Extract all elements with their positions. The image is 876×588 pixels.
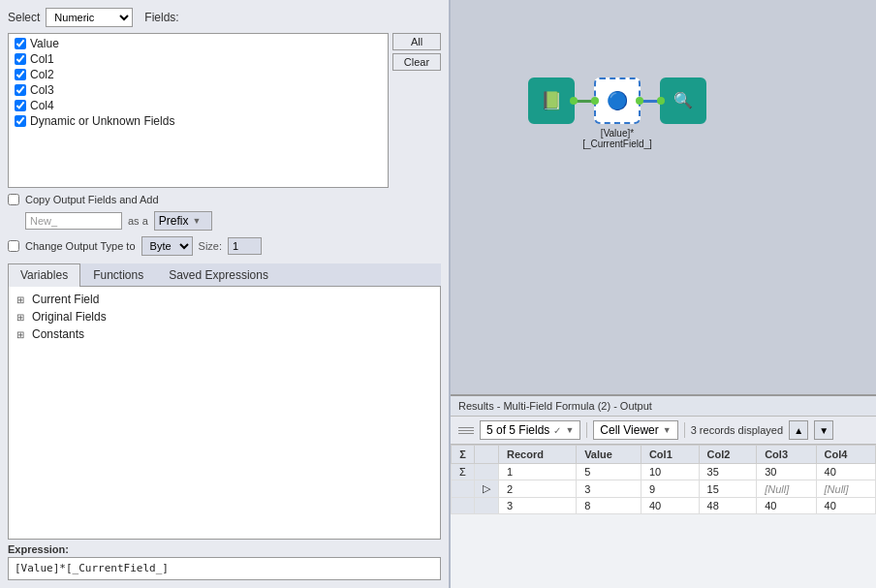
- node-output-dot: [570, 97, 578, 105]
- col-col3: Col3: [757, 446, 816, 464]
- field-col2-checkbox[interactable]: [15, 69, 26, 80]
- size-label: Size:: [199, 240, 222, 252]
- formula-icon: 🔵: [604, 87, 631, 114]
- results-header: Results - Multi-Field Formula (2) - Outp…: [451, 396, 876, 417]
- tree-constants-label: Constants: [32, 327, 84, 341]
- field-col4[interactable]: Col4: [9, 98, 388, 113]
- cell-col1: 40: [641, 498, 699, 514]
- prefix-dropdown[interactable]: Prefix ▼: [154, 211, 212, 231]
- tree-current-field[interactable]: ⊞ Current Field: [13, 291, 436, 308]
- field-dynamic-checkbox[interactable]: [15, 115, 26, 127]
- clear-button[interactable]: Clear: [392, 53, 441, 71]
- fields-list: Value Col1 Col2 Col3 Col4 Dynamic or Unk…: [8, 33, 389, 188]
- field-col2[interactable]: Col2: [9, 67, 388, 82]
- cell-col2: 35: [699, 464, 757, 480]
- browse-icon: 🔍: [670, 87, 697, 114]
- field-dynamic[interactable]: Dynamic or Unknown Fields: [9, 113, 388, 129]
- field-col1-label: Col1: [30, 52, 54, 66]
- select-row: Select Numeric Fields:: [8, 8, 441, 27]
- field-value-label: Value: [30, 37, 59, 50]
- field-col4-label: Col4: [30, 99, 54, 112]
- fields-area: Value Col1 Col2 Col3 Col4 Dynamic or Unk…: [8, 33, 441, 188]
- cell-record: 3: [499, 498, 577, 514]
- fields-badge[interactable]: 5 of 5 Fields ✓ ▼: [480, 420, 580, 440]
- change-output-label: Change Output Type to: [25, 240, 136, 252]
- cell-col3: [Null]: [757, 480, 816, 498]
- field-value[interactable]: Value: [9, 36, 388, 51]
- viewer-dropdown[interactable]: Cell Viewer ▼: [593, 420, 677, 440]
- all-button[interactable]: All: [392, 33, 441, 50]
- expand-current-field-icon: ⊞: [16, 294, 28, 305]
- field-col4-checkbox[interactable]: [15, 100, 26, 111]
- cell-value: 3: [577, 480, 641, 498]
- cell-col1: 9: [641, 480, 699, 498]
- viewer-label: Cell Viewer: [600, 423, 658, 437]
- formula-node[interactable]: 🔵 [Value]*[_CurrentField_]: [594, 77, 641, 124]
- prefix-input[interactable]: [25, 212, 122, 230]
- tree-original-fields[interactable]: ⊞ Original Fields: [13, 308, 436, 325]
- cell-value: 8: [577, 498, 641, 514]
- size-input[interactable]: [228, 237, 262, 255]
- col-col2: Col2: [699, 446, 757, 464]
- col-col4: Col4: [816, 446, 875, 464]
- left-panel: Select Numeric Fields: Value Col1 Col2 C…: [0, 0, 451, 588]
- fields-count: 5 of 5 Fields: [486, 423, 549, 437]
- tree-current-field-label: Current Field: [32, 293, 99, 306]
- variables-tabs-panel: Variables Functions Saved Expressions ⊞ …: [8, 263, 441, 540]
- field-col1[interactable]: Col1: [9, 51, 388, 67]
- field-col2-label: Col2: [30, 68, 54, 81]
- cell-col3: 40: [757, 498, 816, 514]
- change-output-checkbox[interactable]: [8, 240, 19, 252]
- formula-node-label: [Value]*[_CurrentField_]: [582, 128, 652, 149]
- record-icon-cell: [475, 464, 499, 480]
- browse-node[interactable]: 🔍: [660, 77, 706, 124]
- cell-col4: [Null]: [816, 480, 875, 498]
- table-row: Σ1510353040: [452, 464, 876, 480]
- field-dynamic-label: Dynamic or Unknown Fields: [30, 114, 174, 128]
- nav-down-button[interactable]: ▼: [814, 420, 833, 440]
- tabs-header: Variables Functions Saved Expressions: [8, 263, 441, 287]
- input-node[interactable]: 📗: [528, 77, 575, 124]
- variables-content: ⊞ Current Field ⊞ Original Fields ⊞ Cons…: [8, 287, 441, 540]
- cell-record: 1: [499, 464, 577, 480]
- nav-up-button[interactable]: ▲: [789, 420, 808, 440]
- expand-constants-icon: ⊞: [16, 329, 28, 340]
- browse-input-dot: [657, 97, 665, 105]
- sigma-header: Σ: [452, 446, 475, 464]
- field-col3[interactable]: Col3: [9, 82, 388, 98]
- output-type-row: Change Output Type to Byte Size:: [8, 236, 441, 256]
- results-toolbar: 5 of 5 Fields ✓ ▼ Cell Viewer ▼ 3 record…: [451, 417, 876, 445]
- drag-handle-icon: [458, 427, 474, 434]
- field-col1-checkbox[interactable]: [15, 53, 26, 65]
- node-input-dot: [591, 97, 599, 105]
- prefix-row: as a Prefix ▼: [8, 211, 441, 231]
- expression-section: Expression: [Value]*[_CurrentField_]: [8, 543, 441, 580]
- select-dropdown[interactable]: Numeric: [46, 8, 133, 27]
- fields-chevron-icon: ▼: [565, 425, 574, 435]
- results-panel: Results - Multi-Field Formula (2) - Outp…: [451, 394, 876, 588]
- fields-label: Fields:: [144, 11, 178, 24]
- tab-functions[interactable]: Functions: [80, 263, 156, 286]
- cell-col4: 40: [816, 464, 875, 480]
- col-record: Record: [499, 446, 577, 464]
- data-table: Σ Record Value Col1 Col2 Col3 Col4 Σ1510…: [451, 445, 876, 514]
- table-header-row: Σ Record Value Col1 Col2 Col3 Col4: [452, 446, 876, 464]
- expression-label: Expression:: [8, 543, 441, 555]
- copy-output-checkbox[interactable]: [8, 194, 19, 205]
- cell-col1: 10: [641, 464, 699, 480]
- cell-value: 5: [577, 464, 641, 480]
- tab-variables[interactable]: Variables: [8, 263, 80, 287]
- field-col3-checkbox[interactable]: [15, 84, 26, 96]
- toolbar-separator-2: [684, 422, 685, 438]
- select-label: Select: [8, 11, 40, 24]
- col-value: Value: [577, 446, 641, 464]
- copy-output-label: Copy Output Fields and Add: [25, 194, 159, 205]
- viewer-chevron-icon: ▼: [663, 425, 672, 435]
- field-value-checkbox[interactable]: [15, 38, 26, 49]
- book-icon: 📗: [538, 87, 565, 114]
- sigma-cell: Σ: [452, 464, 475, 480]
- right-panel: 📗 🔵 [Value]*[_CurrentField_] 🔍: [451, 0, 876, 588]
- tab-saved-expressions[interactable]: Saved Expressions: [156, 263, 281, 286]
- tree-constants[interactable]: ⊞ Constants: [13, 325, 436, 343]
- output-type-select[interactable]: Byte: [141, 236, 193, 256]
